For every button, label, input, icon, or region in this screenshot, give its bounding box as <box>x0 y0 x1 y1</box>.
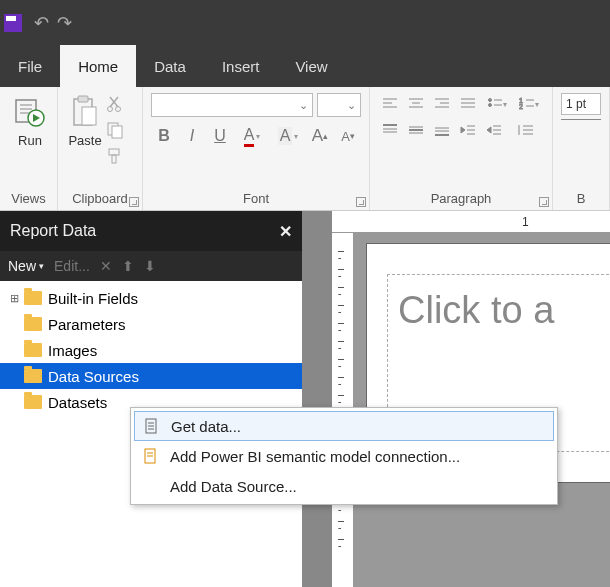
svg-marker-50 <box>487 127 491 133</box>
highlight-button[interactable]: A▾ <box>271 123 305 149</box>
tree-item-images[interactable]: Images <box>0 337 302 363</box>
ribbon: Run Views Paste Clipboard ⌄ ⌄ <box>0 87 610 211</box>
menu-item-add-powerbi[interactable]: Add Power BI semantic model connection..… <box>134 441 554 471</box>
redo-icon[interactable]: ↷ <box>57 12 72 34</box>
panel-new-button[interactable]: New ▾ <box>8 258 44 274</box>
folder-icon <box>24 369 42 383</box>
paste-button[interactable]: Paste <box>64 91 106 167</box>
menu-item-get-data[interactable]: Get data... <box>134 411 554 441</box>
ribbon-group-clipboard: Paste Clipboard <box>58 87 143 210</box>
menu-item-label: Get data... <box>171 418 241 435</box>
paragraph-dialog-launcher[interactable] <box>539 197 549 207</box>
underline-button[interactable]: U <box>207 123 233 149</box>
tree-label: Data Sources <box>48 368 139 385</box>
tab-home[interactable]: Home <box>60 45 136 87</box>
panel-toolbar: New ▾ Edit... ✕ ⬆ ⬇ <box>0 251 302 281</box>
run-label: Run <box>18 133 42 148</box>
panel-movedown-icon: ⬇ <box>144 258 156 274</box>
views-group-label: Views <box>6 189 51 208</box>
svg-rect-14 <box>112 126 122 138</box>
format-painter-icon[interactable] <box>106 147 126 167</box>
font-group-label: Font <box>149 189 363 208</box>
title-placeholder[interactable]: Click to a <box>398 289 610 332</box>
ribbon-group-font: ⌄ ⌄ B I U A▾ A▾ A▴ A▾ Font <box>143 87 370 210</box>
italic-button[interactable]: I <box>179 123 205 149</box>
paste-icon <box>68 95 102 129</box>
context-menu: Get data... Add Power BI semantic model … <box>130 407 558 505</box>
numbering-button[interactable]: 12▾ <box>514 93 544 115</box>
ruler-mark: 1 <box>522 215 529 229</box>
font-dialog-launcher[interactable] <box>356 197 366 207</box>
valign-top-button[interactable] <box>378 119 402 141</box>
copy-icon[interactable] <box>106 121 126 141</box>
svg-rect-8 <box>82 107 96 125</box>
titlebar: ↶ ↷ <box>0 0 610 45</box>
powerbi-icon <box>142 447 160 465</box>
shrink-font-button[interactable]: A▾ <box>335 123 361 149</box>
svg-point-11 <box>108 107 113 112</box>
design-canvas[interactable]: 1 --- --- --- --- --- -- Click to a <box>302 211 610 587</box>
line-spacing-button[interactable] <box>508 119 542 141</box>
undo-icon[interactable]: ↶ <box>34 12 49 34</box>
tree-item-data-sources[interactable]: Data Sources <box>0 363 302 389</box>
tree-item-builtin-fields[interactable]: ⊞ Built-in Fields <box>0 285 302 311</box>
valign-middle-button[interactable] <box>404 119 428 141</box>
panel-edit-button: Edit... <box>54 258 90 274</box>
tree-label: Datasets <box>48 394 107 411</box>
expander-icon[interactable]: ⊞ <box>8 292 20 305</box>
folder-icon <box>24 291 42 305</box>
svg-point-12 <box>116 107 121 112</box>
bold-button[interactable]: B <box>151 123 177 149</box>
folder-icon <box>24 343 42 357</box>
cut-icon[interactable] <box>106 95 126 115</box>
svg-marker-46 <box>461 127 465 133</box>
svg-point-29 <box>489 99 492 102</box>
menu-item-add-data-source[interactable]: Add Data Source... <box>134 471 554 501</box>
border-width-box[interactable]: 1 pt <box>561 93 601 115</box>
folder-icon <box>24 317 42 331</box>
tree-label: Images <box>48 342 97 359</box>
tab-view[interactable]: View <box>277 45 345 87</box>
svg-rect-16 <box>112 155 116 163</box>
svg-rect-7 <box>78 96 88 102</box>
grow-font-button[interactable]: A▴ <box>307 123 333 149</box>
clipboard-dialog-launcher[interactable] <box>129 197 139 207</box>
align-center-button[interactable] <box>404 93 428 115</box>
clipboard-group-label: Clipboard <box>64 189 136 208</box>
paste-label: Paste <box>68 133 101 148</box>
justify-button[interactable] <box>456 93 480 115</box>
run-icon <box>13 95 47 129</box>
paragraph-group-label: Paragraph <box>376 189 546 208</box>
ribbon-group-border: 1 pt B <box>553 87 610 210</box>
border-style-button[interactable] <box>561 119 601 141</box>
save-icon[interactable] <box>4 14 22 32</box>
tab-insert[interactable]: Insert <box>204 45 278 87</box>
folder-icon <box>24 395 42 409</box>
ribbon-group-views: Run Views <box>0 87 58 210</box>
svg-text:2: 2 <box>519 103 523 110</box>
ruler-horizontal: 1 <box>332 211 610 233</box>
increase-indent-button[interactable] <box>482 119 506 141</box>
tree-item-parameters[interactable]: Parameters <box>0 311 302 337</box>
tree-label: Parameters <box>48 316 126 333</box>
panel-close-icon[interactable]: ✕ <box>279 222 292 241</box>
menu-item-label: Add Data Source... <box>170 478 297 495</box>
run-button[interactable]: Run <box>6 91 54 148</box>
valign-bottom-button[interactable] <box>430 119 454 141</box>
tab-file[interactable]: File <box>0 45 60 87</box>
blank-icon <box>142 477 160 495</box>
menubar: File Home Data Insert View <box>0 45 610 87</box>
align-left-button[interactable] <box>378 93 402 115</box>
bullets-button[interactable]: ▾ <box>482 93 512 115</box>
panel-delete-icon: ✕ <box>100 258 112 274</box>
svg-point-31 <box>489 104 492 107</box>
tab-data[interactable]: Data <box>136 45 204 87</box>
ribbon-group-paragraph: ▾ 12▾ Paragraph <box>370 87 553 210</box>
decrease-indent-button[interactable] <box>456 119 480 141</box>
font-size-combo[interactable]: ⌄ <box>317 93 361 117</box>
tree-label: Built-in Fields <box>48 290 138 307</box>
font-color-button[interactable]: A▾ <box>235 123 269 149</box>
align-right-button[interactable] <box>430 93 454 115</box>
border-group-label: B <box>559 189 603 208</box>
font-family-combo[interactable]: ⌄ <box>151 93 313 117</box>
